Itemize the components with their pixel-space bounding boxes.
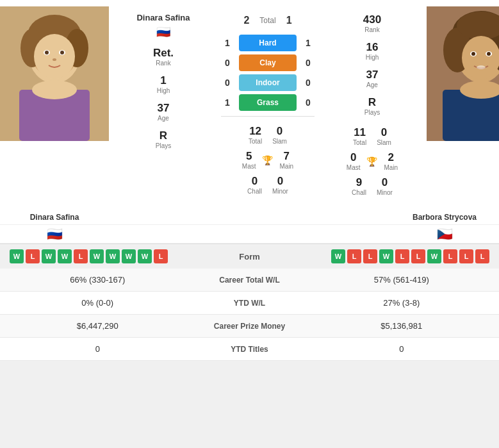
svg-point-20: [462, 36, 499, 79]
stat-left-3: 0: [10, 344, 186, 354]
svg-point-13: [32, 80, 77, 99]
surface-row-clay: 0 Clay 0: [221, 54, 315, 71]
right-pill-0: W: [331, 249, 345, 263]
left-pill-9: L: [154, 249, 168, 263]
left-pill-8: W: [138, 249, 152, 263]
right-pill-2: L: [363, 249, 377, 263]
left-pill-3: W: [58, 249, 72, 263]
svg-point-10: [60, 51, 64, 54]
left-slam-stat: 0 Slam: [271, 122, 288, 147]
left-pill-1: L: [26, 249, 40, 263]
left-player-stats: Dinara Safina 🇷🇺 Ret. Rank 1 High 37 Age…: [109, 6, 218, 204]
right-plays: R Plays: [364, 96, 380, 116]
left-chall-stat: 0 Chall: [246, 172, 263, 197]
right-pill-4: L: [395, 249, 409, 263]
right-flag-row: 🇨🇿: [390, 226, 499, 242]
left-sub-stats: 12 Total 0 Slam: [247, 122, 288, 147]
left-minor-stat: 0 Minor: [271, 172, 290, 197]
stat-left-0: 66% (330-167): [10, 275, 186, 285]
svg-point-9: [45, 51, 49, 54]
right-minor-stat: 0 Minor: [375, 174, 394, 199]
player-names-row: Dinara Safina Barbora Strycova: [0, 210, 499, 225]
right-high: 16 High: [366, 41, 379, 61]
right-pill-3: W: [379, 249, 393, 263]
left-high: 1 High: [157, 74, 170, 94]
right-pill-5: L: [411, 249, 425, 263]
total-label: Total: [259, 16, 275, 25]
right-mast-row: 0 Mast 🏆 2 Main: [345, 149, 399, 174]
trophy-icon-right: 🏆: [366, 156, 377, 167]
surface-btn-hard[interactable]: Hard: [239, 35, 297, 51]
stat-label-1: YTD W/L: [186, 299, 314, 308]
right-pill-1: L: [347, 249, 361, 263]
left-player-photo: [0, 6, 109, 141]
surface-rows: 1 Hard 1 0 Clay 0 0 Indoor 0 1 Grass 0: [221, 31, 315, 114]
surface-btn-grass[interactable]: Grass: [239, 94, 297, 111]
left-pill-7: W: [122, 249, 136, 263]
trophy-icon-left: 🏆: [262, 155, 273, 165]
stats-rows: 66% (330-167) Career Total W/L 57% (561-…: [0, 269, 499, 361]
right-pill-9: L: [475, 249, 489, 263]
right-mast-stat: 0 Mast: [345, 149, 362, 174]
stats-row-0: 66% (330-167) Career Total W/L 57% (561-…: [0, 269, 499, 292]
main-container: Dinara Safina 🇷🇺 Ret. Rank 1 High 37 Age…: [0, 0, 499, 361]
left-plays: R Plays: [156, 129, 171, 149]
right-sub-stats: 11 Total 0 Slam: [352, 124, 393, 149]
stat-label-0: Career Total W/L: [186, 276, 314, 285]
surface-row-grass: 1 Grass 0: [221, 94, 315, 111]
right-name-below: Barbora Strycova: [390, 210, 499, 224]
right-total-stat: 11 Total: [352, 124, 368, 149]
surface-btn-clay[interactable]: Clay: [239, 54, 297, 71]
surface-row-hard: 1 Hard 1: [221, 35, 315, 51]
total-row: 2 Total 1: [243, 15, 291, 26]
right-age: 37 Age: [366, 69, 379, 88]
svg-point-11: [53, 58, 56, 61]
right-chall-row: 9 Chall 0 Minor: [350, 174, 394, 199]
left-mast-row: 5 Mast 🏆 7 Main: [241, 147, 295, 172]
left-flag-row: 🇷🇺: [0, 226, 109, 242]
stats-row-3: 0 YTD Titles 0: [0, 338, 499, 361]
svg-point-6: [34, 34, 75, 79]
left-pill-5: W: [90, 249, 104, 263]
right-pill-7: L: [443, 249, 457, 263]
left-flag: 🇷🇺: [156, 25, 170, 39]
right-chall-stat: 9 Chall: [350, 174, 368, 199]
right-rank: 430 Rank: [363, 13, 381, 33]
right-main-stat: 2 Main: [382, 149, 399, 174]
left-total-stat: 12 Total: [247, 122, 263, 147]
right-pill-8: L: [459, 249, 473, 263]
left-chall-row: 0 Chall 0 Minor: [246, 172, 290, 197]
stat-right-1: 27% (3-8): [314, 298, 490, 308]
stat-left-1: 0% (0-0): [10, 298, 186, 308]
left-pill-0: W: [10, 249, 24, 263]
form-section: WLWWLWWWWL Form WLLWLLWLLL: [0, 244, 499, 269]
left-player-name: Dinara Safina: [136, 13, 190, 22]
right-slam-stat: 0 Slam: [375, 124, 393, 149]
svg-point-24: [487, 52, 491, 56]
svg-point-25: [477, 65, 486, 69]
stat-right-3: 0: [314, 344, 490, 354]
stats-row-2: $6,447,290 Career Prize Money $5,136,981: [0, 315, 499, 338]
right-form-pills: WLLWLLWLLL: [275, 249, 490, 263]
surface-row-indoor: 0 Indoor 0: [221, 74, 315, 91]
center-matchup: 2 Total 1 1 Hard 1 0 Clay 0 0 Indoor 0 1…: [218, 6, 318, 204]
left-name-below: Dinara Safina: [0, 210, 109, 224]
stat-right-2: $5,136,981: [314, 321, 490, 331]
right-player-stats: 430 Rank 16 High 37 Age R Plays 11 Total: [318, 6, 427, 204]
left-form-pills: WLWWLWWWWL: [10, 249, 224, 263]
stat-label-3: YTD Titles: [186, 345, 314, 354]
left-rank: Ret. Rank: [153, 47, 174, 67]
surface-btn-indoor[interactable]: Indoor: [239, 74, 297, 91]
svg-point-23: [471, 52, 475, 56]
left-main-stat: 7 Main: [278, 147, 295, 172]
left-mast-stat: 5 Mast: [241, 147, 258, 172]
left-age: 37 Age: [158, 102, 170, 122]
right-player-photo: [427, 6, 499, 141]
form-label: Form: [224, 252, 275, 261]
right-pill-6: W: [427, 249, 441, 263]
stats-row-1: 0% (0-0) YTD W/L 27% (3-8): [0, 292, 499, 315]
player-section: Dinara Safina 🇷🇺 Ret. Rank 1 High 37 Age…: [0, 0, 499, 210]
flag-row: 🇷🇺 🇨🇿: [0, 225, 499, 244]
left-pill-2: W: [42, 249, 56, 263]
left-pill-6: W: [106, 249, 120, 263]
